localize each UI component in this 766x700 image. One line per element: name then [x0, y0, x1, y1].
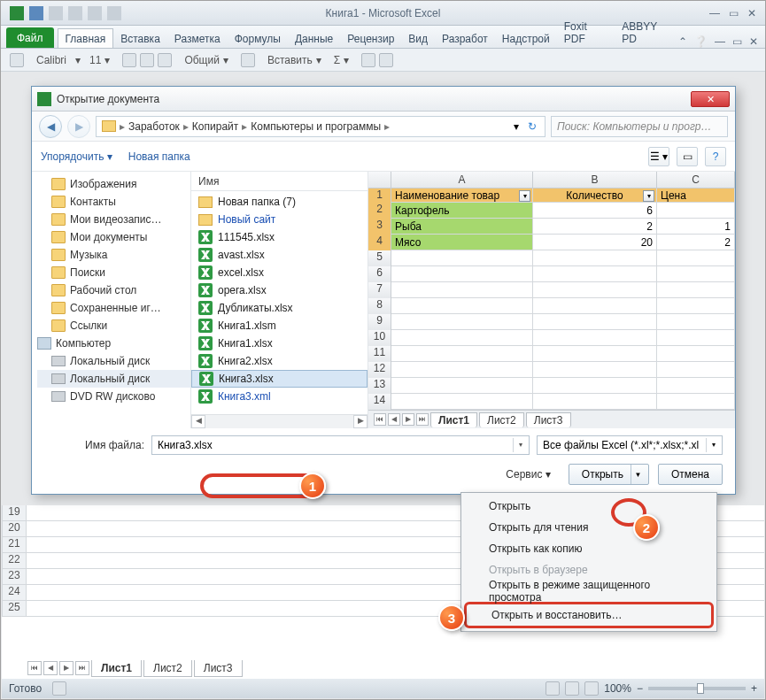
view-normal-icon[interactable] [545, 681, 560, 696]
sort-icon[interactable] [361, 53, 375, 67]
help-icon[interactable]: ❔ [694, 35, 708, 48]
folder-tree[interactable]: ИзображенияКонтактыМои видеозапис…Мои до… [32, 172, 191, 428]
align-icon[interactable] [122, 53, 136, 67]
file-row[interactable]: Книга1.xlsx [191, 335, 368, 352]
preview-sheet-tab[interactable]: Лист2 [479, 412, 524, 427]
font-name[interactable]: Calibri [36, 54, 66, 66]
close-icon[interactable]: ✕ [747, 7, 756, 19]
tab-home[interactable]: Главная [58, 28, 114, 48]
save-icon[interactable] [29, 6, 43, 20]
paste-icon[interactable] [10, 53, 24, 67]
sheet-nav-prev-icon[interactable]: ◀ [43, 661, 58, 675]
qat-item-icon[interactable] [88, 6, 102, 20]
zoom-out-icon[interactable]: − [637, 682, 643, 695]
open-button[interactable]: Открыть▼ [569, 464, 649, 485]
tab-review[interactable]: Рецензир [340, 29, 401, 48]
tree-item[interactable]: Локальный диск [37, 352, 190, 370]
sheet-nav-first-icon[interactable]: ⏮ [27, 661, 42, 675]
tree-item[interactable]: Компьютер [37, 335, 190, 352]
help-icon[interactable]: ? [705, 147, 726, 166]
maximize-icon[interactable]: ▭ [729, 7, 739, 19]
tree-item[interactable]: Рабочий стол [37, 281, 190, 299]
crumb[interactable]: Копирайт [192, 120, 238, 133]
file-row[interactable]: Дубликаты.xlsx [191, 299, 368, 317]
dialog-close-button[interactable]: ✕ [691, 91, 730, 107]
crumb[interactable]: Компьютеры и программы [251, 120, 381, 133]
tree-item[interactable]: Мои видеозапис… [37, 211, 190, 228]
file-row[interactable]: Новая папка (7) [191, 193, 368, 211]
preview-sheet-tab[interactable]: Лист3 [526, 412, 571, 427]
nav-back-icon[interactable]: ◀ [39, 115, 62, 138]
align-icon[interactable] [140, 53, 154, 67]
sheet-nav-last-icon[interactable]: ⏭ [75, 661, 89, 675]
font-size[interactable]: 11 [89, 54, 101, 66]
tab-developer[interactable]: Разработ [435, 29, 495, 48]
col-header[interactable]: C [657, 172, 735, 188]
filename-input[interactable]: Книга3.xlsx▾ [151, 435, 530, 455]
preview-sheet-tab[interactable]: Лист1 [430, 412, 477, 427]
file-row[interactable]: Книга2.xlsx [191, 352, 368, 370]
col-header[interactable]: A [391, 172, 533, 188]
refresh-icon[interactable]: ↻ [525, 120, 539, 133]
tree-item[interactable]: Локальный диск [37, 370, 190, 388]
sub-close-icon[interactable]: ✕ [749, 35, 758, 48]
filter-dropdown-icon[interactable]: ▾ [519, 190, 530, 202]
file-list-header[interactable]: Имя [191, 172, 368, 191]
styles-icon[interactable] [241, 53, 255, 67]
preview-pane-button[interactable]: ▭ [677, 147, 698, 166]
file-row[interactable]: excel.xlsx [191, 264, 368, 281]
tree-item[interactable]: Поиски [37, 264, 190, 281]
tab-addins[interactable]: Надстрой [495, 29, 557, 48]
insert-cells[interactable]: Вставить [267, 54, 313, 66]
zoom-slider[interactable] [648, 687, 746, 690]
number-format[interactable]: Общий [184, 54, 220, 66]
tab-abbyy[interactable]: ABBYY PD [615, 17, 678, 48]
redo-icon[interactable] [68, 6, 82, 20]
macro-rec-icon[interactable] [52, 681, 66, 696]
col-header[interactable]: B [533, 172, 657, 188]
sub-restore-icon[interactable]: ▭ [732, 35, 742, 48]
breadcrumb[interactable]: ▸ Заработок▸ Копирайт▸ Компьютеры и прог… [96, 116, 545, 137]
sheet-tab[interactable]: Лист1 [91, 660, 142, 677]
tree-item[interactable]: Ссылки [37, 317, 190, 335]
ribbon-minimize-icon[interactable]: ⌃ [678, 35, 687, 48]
tree-item[interactable]: Контакты [37, 193, 190, 211]
tree-item[interactable]: Сохраненные иг… [37, 299, 190, 317]
sheet-nav-icon[interactable]: ◀ [388, 413, 400, 426]
tab-view[interactable]: Вид [401, 29, 435, 48]
nav-forward-icon[interactable]: ▶ [67, 115, 90, 138]
file-filter[interactable]: Все файлы Excel (*.xl*;*.xlsx;*.xl▾ [537, 435, 723, 455]
tree-item[interactable]: DVD RW дисково [37, 388, 190, 405]
menu-item[interactable]: Открыть [464, 496, 714, 517]
sheet-nav-icon[interactable]: ⏮ [374, 413, 386, 426]
tab-formulas[interactable]: Формулы [228, 29, 288, 48]
view-layout-icon[interactable] [565, 681, 579, 696]
tree-item[interactable]: Изображения [37, 175, 190, 193]
menu-item[interactable]: Открыть и восстановить… [464, 602, 714, 628]
file-row[interactable]: Книга3.xml [191, 388, 368, 405]
tab-foxit[interactable]: Foxit PDF [557, 17, 615, 48]
tab-data[interactable]: Данные [288, 29, 340, 48]
tab-file[interactable]: Файл [6, 27, 54, 48]
file-row[interactable]: avast.xlsx [191, 246, 368, 264]
undo-icon[interactable] [49, 6, 63, 20]
search-input[interactable]: Поиск: Компьютеры и прогр… [551, 116, 728, 137]
file-row[interactable]: Книга3.xlsx [191, 370, 368, 388]
file-row[interactable]: Книга1.xlsm [191, 317, 368, 335]
sheet-tab[interactable]: Лист3 [194, 660, 243, 677]
sheet-nav-next-icon[interactable]: ▶ [59, 661, 74, 675]
sub-minimize-icon[interactable]: — [715, 35, 725, 48]
qat-item-icon[interactable] [107, 6, 121, 20]
file-list[interactable]: Имя Новая папка (7)Новый сайт111545.xlsx… [191, 172, 368, 428]
view-pagebreak-icon[interactable] [584, 681, 599, 696]
sheet-nav-icon[interactable]: ▶ [402, 413, 414, 426]
tab-layout[interactable]: Разметка [167, 29, 228, 48]
file-row[interactable]: Новый сайт [191, 211, 368, 228]
minimize-icon[interactable]: — [709, 7, 720, 19]
tree-item[interactable]: Музыка [37, 246, 190, 264]
tree-item[interactable]: Мои документы [37, 228, 190, 246]
file-row[interactable]: 111545.xlsx [191, 228, 368, 246]
align-icon[interactable] [158, 53, 172, 67]
tab-insert[interactable]: Вставка [113, 29, 167, 48]
sheet-tab[interactable]: Лист2 [143, 660, 192, 677]
